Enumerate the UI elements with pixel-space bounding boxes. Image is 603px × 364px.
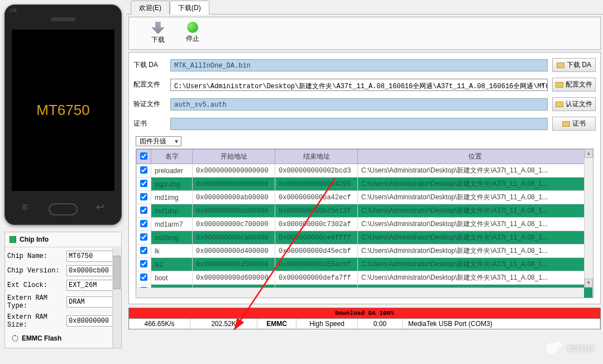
row-checkbox[interactable] [140, 180, 147, 187]
scatter-browse-button[interactable]: 配置文件 [552, 78, 596, 92]
auth-browse-button[interactable]: 认证文件 [552, 97, 596, 111]
col-name[interactable]: 名字 [151, 150, 193, 164]
status-port: MediaTek USB Port (COM3) [403, 319, 600, 329]
col-start[interactable]: 开始地址 [193, 150, 275, 164]
table-row[interactable]: preloader0x00000000000000000x00000000000… [137, 164, 593, 178]
cell-location: C:\Users\Administrator\Desktop\新建文件夹\A37… [358, 191, 593, 204]
col-location[interactable]: 位置 [358, 150, 593, 164]
cert-path-field[interactable] [170, 118, 548, 130]
phone-preview: LM MT6750 ≡ ↩ [4, 4, 122, 225]
da-path-field[interactable]: MTK_AllInOne_DA.bin [170, 59, 548, 71]
phone-speaker [51, 17, 75, 21]
cell-name: pgpt.img [151, 178, 193, 191]
status-size: 202.52K [190, 319, 257, 329]
stop-icon [187, 22, 198, 33]
row-checkbox[interactable] [140, 233, 147, 241]
table-row[interactable]: pgpt.img0x00000000000000000x000000000000… [137, 178, 593, 191]
cell-end: 0x000000000bc5e13f [275, 204, 358, 218]
chip-info-title: Chip Info [5, 232, 121, 247]
col-end[interactable]: 结束地址 [275, 150, 358, 164]
table-row[interactable]: boot0x000000000d6000000x000000000defa7ff… [137, 271, 593, 285]
cell-end: 0x000000000c7302af [275, 218, 358, 231]
phone-model: MT6750 [36, 102, 89, 119]
row-checkbox[interactable] [140, 166, 147, 174]
cell-end: 0x000000000d45ecbf [275, 245, 358, 258]
cell-end: 0x000000000ce4ffff [275, 231, 358, 245]
phone-menu-icon: ≡ [22, 202, 28, 213]
stop-button[interactable]: 停止 [186, 22, 199, 45]
grid-hscrollbar[interactable] [136, 288, 584, 298]
emmc-flash-row: EMMC Flash [7, 332, 119, 344]
cell-location: C:\Users\Administrator\Desktop\新建文件夹\A37… [358, 258, 593, 271]
row-checkbox[interactable] [140, 260, 147, 267]
table-row[interactable]: md1arm70x000000000c7000000x000000000c730… [137, 218, 593, 231]
ext-clock-label: Ext Clock: [7, 281, 64, 289]
cell-end: 0x000000000002bcd3 [275, 164, 358, 178]
row-checkbox[interactable] [140, 220, 147, 227]
cell-name: lk2 [151, 258, 193, 271]
row-checkbox[interactable] [140, 207, 147, 214]
tab-download[interactable]: 下载(D) [170, 1, 209, 15]
cell-name: preloader [151, 164, 193, 178]
cell-location: C:\Users\Administrator\Desktop\新建文件夹\A37… [358, 204, 593, 218]
cell-name: boot [151, 271, 193, 285]
auth-label: 验证文件 [133, 99, 166, 109]
row-checkbox[interactable] [140, 193, 147, 200]
folder-icon [556, 82, 563, 88]
row-checkbox[interactable] [140, 247, 147, 254]
cell-location: C:\Users\Administrator\Desktop\新建文件夹\A37… [358, 271, 593, 285]
file-config-panel: 下载 DA MTK_AllInOne_DA.bin 下载 DA 配置文件 C:\… [128, 52, 601, 304]
select-all-checkbox[interactable] [140, 152, 147, 160]
phone-screen: MT6750 [12, 30, 114, 191]
download-button[interactable]: 下载 [151, 22, 165, 45]
cert-browse-button[interactable]: 证书 [552, 117, 596, 131]
chip-version-field[interactable] [66, 265, 119, 276]
cell-start: 0x000000000d500000 [193, 258, 275, 271]
ram-type-label: Extern RAM Type: [7, 294, 64, 310]
cell-location: C:\Users\Administrator\Desktop\新建文件夹\A37… [358, 164, 593, 178]
cell-end: 0x000000000defa7ff [275, 271, 358, 285]
status-mode: High Speed [296, 319, 358, 329]
status-bar: 466.65K/s 202.52K EMMC High Speed 0:00 M… [128, 319, 601, 329]
status-speed: 466.65K/s [129, 319, 190, 329]
da-browse-button[interactable]: 下载 DA [552, 58, 596, 72]
watermark: 黔隆科技 [546, 342, 594, 355]
status-storage: EMMC [257, 319, 296, 329]
ram-size-label: Extern RAM Size: [7, 313, 64, 329]
table-row[interactable]: md1img0x000000000ab000000x000000000ba42e… [137, 191, 593, 204]
cell-start: 0x000000000ab00000 [193, 191, 275, 204]
table-row[interactable]: lk20x000000000d5000000x000000000d55ecbfC… [137, 258, 593, 271]
chip-scrollbar[interactable] [112, 248, 121, 348]
folder-icon [556, 102, 563, 107]
cell-name: md1arm7 [151, 218, 193, 231]
cell-name: lk [151, 245, 193, 258]
scatter-path-field[interactable]: C:\Users\Administrator\Desktop\新建文件夹\A37… [170, 79, 548, 91]
phone-brand: LM [9, 7, 17, 13]
chip-info-panel: Chip Info Chip Name: Chip Version: Ext C… [4, 232, 122, 348]
cell-name: md1img [151, 191, 193, 204]
tab-welcome[interactable]: 欢迎(E) [131, 1, 170, 15]
folder-icon [557, 63, 564, 68]
toolbar: 下载 停止 [128, 17, 601, 50]
download-mode-select[interactable]: 固件升级 [136, 136, 181, 146]
cell-name: md3img [151, 231, 193, 245]
chip-version-label: Chip Version: [7, 267, 64, 275]
table-row[interactable]: lk0x000000000d4000000x000000000d45ecbfC:… [137, 245, 593, 258]
ram-size-field[interactable] [66, 315, 119, 327]
table-row[interactable]: md1dsp0x000000000bb000000x000000000bc5e1… [137, 204, 593, 218]
download-arrow-icon [151, 22, 165, 34]
tab-bar: 欢迎(E) 下载(D) [126, 0, 603, 15]
chip-name-field[interactable] [66, 251, 119, 262]
grid-vscrollbar[interactable]: ▴▾ [584, 149, 593, 288]
row-checkbox[interactable] [140, 274, 147, 281]
cert-label: 证书 [133, 119, 166, 128]
ext-clock-field[interactable] [66, 280, 119, 291]
chip-name-label: Chip Name: [7, 252, 64, 260]
da-label: 下载 DA [133, 60, 166, 70]
partition-grid: 名字 开始地址 结束地址 位置 preloader0x0000000000000… [136, 149, 594, 298]
ram-type-field[interactable] [66, 296, 119, 308]
cell-start: 0x000000000ca00000 [193, 231, 275, 245]
table-row[interactable]: md3img0x000000000ca000000x000000000ce4ff… [137, 231, 593, 245]
auth-path-field[interactable]: auth_sv5.auth [170, 98, 548, 111]
gear-icon [12, 335, 18, 342]
